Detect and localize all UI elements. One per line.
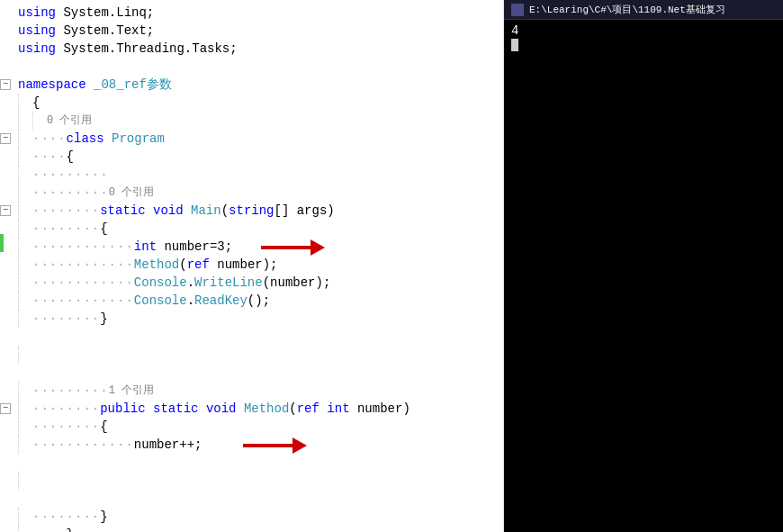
console-titlebar: E:\Learing\C#\项目\1109.Net基础复习	[504, 0, 783, 20]
console-icon	[511, 4, 524, 16]
arrow-head	[310, 239, 325, 256]
arrow-head	[292, 437, 307, 454]
code-line: − ········static void Main(string[] args…	[0, 202, 503, 220]
code-line: using System.Threading.Tasks;	[0, 40, 503, 58]
collapse-icon[interactable]: −	[0, 133, 11, 144]
code-line-method-decl: − ········public static void Method(ref …	[0, 400, 503, 418]
code-line	[0, 58, 503, 76]
code-line: ········}	[0, 310, 503, 328]
code-line: ············Console.WriteLine(number);	[0, 274, 503, 292]
arrow-annotation-2	[243, 437, 307, 454]
code-line: − ····class Program	[0, 130, 503, 148]
collapse-icon[interactable]: −	[0, 79, 11, 90]
code-line: ········{	[0, 220, 503, 238]
code-line: ············Method(ref number);	[0, 256, 503, 274]
code-line: ············Console.ReadKey();	[0, 292, 503, 310]
code-line: ····{	[0, 148, 503, 166]
code-line: ·········	[0, 166, 503, 184]
code-line: using System.Linq;	[0, 4, 503, 22]
console-panel: E:\Learing\C#\项目\1109.Net基础复习 4	[504, 0, 783, 532]
code-line: {	[0, 94, 503, 112]
code-line	[0, 454, 503, 508]
console-cursor-line	[511, 38, 776, 52]
arrow-annotation-1	[261, 239, 325, 256]
code-line-number-increment: ············number++;	[0, 436, 503, 454]
console-title: E:\Learing\C#\项目\1109.Net基础复习	[529, 3, 725, 16]
code-line: ········}	[0, 508, 503, 526]
code-line: ····}	[0, 526, 503, 532]
arrow-tail	[243, 444, 292, 447]
code-line: − namespace _08_ref参数	[0, 76, 503, 94]
code-line: ········· 0 个引用	[0, 184, 503, 202]
arrow-tail	[261, 246, 310, 249]
console-cursor	[511, 39, 518, 51]
code-editor: using System.Linq; using System.Text; us…	[0, 0, 504, 532]
console-output: 4	[504, 20, 783, 532]
active-line-indicator	[0, 234, 4, 252]
code-line	[0, 328, 503, 382]
collapse-icon[interactable]: −	[0, 403, 11, 414]
code-line: ········· 1 个引用	[0, 382, 503, 400]
code-lines: using System.Linq; using System.Text; us…	[0, 0, 503, 532]
collapse-icon[interactable]: −	[0, 205, 11, 216]
code-line: 0 个引用	[0, 112, 503, 130]
code-line: ········{	[0, 418, 503, 436]
code-line-number-assign: ············int number=3;	[0, 238, 503, 256]
console-output-line: 4	[511, 23, 776, 38]
code-line: using System.Text;	[0, 22, 503, 40]
